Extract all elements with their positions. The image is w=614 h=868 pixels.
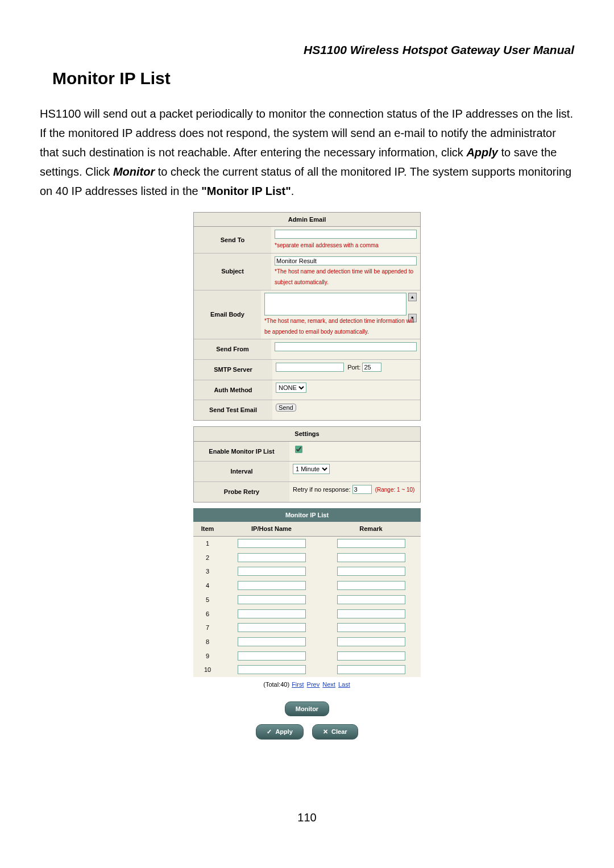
host-input[interactable] <box>238 637 306 646</box>
remark-input[interactable] <box>337 637 405 646</box>
host-cell <box>222 564 321 579</box>
x-icon: ✕ <box>323 728 328 735</box>
remark-input[interactable] <box>337 623 405 632</box>
remark-cell <box>321 537 421 551</box>
probe-retry-prefix: Retry if no response: <box>293 486 351 493</box>
remark-input[interactable] <box>337 665 405 674</box>
host-input[interactable] <box>238 609 306 618</box>
host-cell <box>222 621 321 635</box>
host-input[interactable] <box>238 623 306 632</box>
pager-next[interactable]: Next <box>322 681 335 688</box>
host-cell <box>222 663 321 677</box>
table-row: 1 <box>193 537 421 551</box>
item-cell: 1 <box>193 537 222 551</box>
remark-input[interactable] <box>337 609 405 618</box>
host-input[interactable] <box>238 539 306 548</box>
table-row: 7 <box>193 621 421 635</box>
send-test-label: Send Test Email <box>194 400 272 420</box>
pager-first[interactable]: First <box>292 681 304 688</box>
remark-input[interactable] <box>337 595 405 604</box>
auth-method-select[interactable]: NONE <box>276 383 306 393</box>
send-to-label: Send To <box>194 227 271 252</box>
host-cell <box>222 537 321 551</box>
send-from-label: Send From <box>194 339 271 359</box>
subject-label: Subject <box>194 254 271 290</box>
item-cell: 5 <box>193 593 222 607</box>
col-host: IP/Host Name <box>222 522 321 536</box>
send-to-input[interactable] <box>275 230 417 239</box>
remark-input[interactable] <box>337 553 405 562</box>
send-to-note: *separate email addresses with a comma <box>275 242 379 248</box>
page-number: 110 <box>40 808 574 827</box>
intro-listname: "Monitor IP List" <box>201 185 291 197</box>
col-remark: Remark <box>321 522 421 536</box>
email-body-label: Email Body <box>194 290 261 339</box>
host-input[interactable] <box>238 595 306 604</box>
settings-panel: Settings Enable Monitor IP List Interval… <box>193 426 421 502</box>
subject-input[interactable] <box>275 256 417 265</box>
smtp-server-input[interactable] <box>276 363 344 372</box>
host-input[interactable] <box>238 553 306 562</box>
host-input[interactable] <box>238 651 306 661</box>
settings-header: Settings <box>194 427 420 442</box>
remark-input[interactable] <box>337 581 405 590</box>
probe-retry-range: (Range: 1 ~ 10) <box>375 487 415 493</box>
table-row: 10 <box>193 663 421 677</box>
remark-input[interactable] <box>337 651 405 661</box>
monitor-button[interactable]: Monitor <box>285 701 329 717</box>
pager-total: (Total:40) <box>263 681 289 688</box>
host-input[interactable] <box>238 581 306 590</box>
remark-cell <box>321 663 421 677</box>
table-row: 2 <box>193 551 421 565</box>
manual-title: HS1100 Wireless Hotspot Gateway User Man… <box>40 40 574 60</box>
enable-monitor-checkbox[interactable] <box>295 446 302 453</box>
remark-cell <box>321 551 421 565</box>
section-title: Monitor IP List <box>52 64 574 93</box>
scroll-up-icon[interactable]: ▴ <box>408 293 417 301</box>
col-item: Item <box>193 522 222 536</box>
monitor-ip-table: Monitor IP List Item IP/Host Name Remark… <box>193 508 421 677</box>
item-cell: 3 <box>193 564 222 579</box>
interval-label: Interval <box>194 462 289 481</box>
item-cell: 2 <box>193 551 222 565</box>
smtp-port-input[interactable] <box>362 363 381 372</box>
clear-button-label: Clear <box>331 728 347 735</box>
item-cell: 6 <box>193 607 222 621</box>
email-body-note: *The host name, remark, and detection ti… <box>264 318 414 335</box>
smtp-label: SMTP Server <box>194 360 272 380</box>
admin-email-header: Admin Email <box>194 213 420 227</box>
remark-cell <box>321 621 421 635</box>
clear-button[interactable]: ✕Clear <box>312 724 358 740</box>
apply-button-label: Apply <box>275 728 293 735</box>
table-row: 9 <box>193 649 421 663</box>
pager-last[interactable]: Last <box>338 681 350 688</box>
smtp-port-label: Port: <box>347 364 360 371</box>
item-cell: 7 <box>193 621 222 635</box>
item-cell: 9 <box>193 649 222 663</box>
apply-button[interactable]: ✓Apply <box>256 724 304 740</box>
send-from-input[interactable] <box>275 342 417 351</box>
remark-input[interactable] <box>337 567 405 576</box>
send-test-button[interactable]: Send <box>276 404 296 412</box>
table-row: 5 <box>193 593 421 607</box>
host-input[interactable] <box>238 665 306 674</box>
host-cell <box>222 593 321 607</box>
item-cell: 8 <box>193 635 222 649</box>
check-icon: ✓ <box>267 728 272 735</box>
remark-cell <box>321 579 421 593</box>
admin-email-panel: Admin Email Send To *separate email addr… <box>193 212 421 421</box>
ip-list-header: Monitor IP List <box>193 508 421 522</box>
host-cell <box>222 551 321 565</box>
pager-prev[interactable]: Prev <box>307 681 320 688</box>
intro-paragraph: HS1100 will send out a packet periodical… <box>40 104 574 201</box>
remark-input[interactable] <box>337 539 405 548</box>
auth-method-label: Auth Method <box>194 380 272 400</box>
host-input[interactable] <box>238 567 306 576</box>
intro-apply-word: Apply <box>466 146 498 159</box>
probe-retry-input[interactable] <box>352 485 372 494</box>
interval-select[interactable]: 1 Minute <box>293 464 330 474</box>
email-body-textarea[interactable] <box>264 293 406 315</box>
item-cell: 10 <box>193 663 222 677</box>
probe-retry-label: Probe Retry <box>194 482 289 502</box>
host-cell <box>222 635 321 649</box>
